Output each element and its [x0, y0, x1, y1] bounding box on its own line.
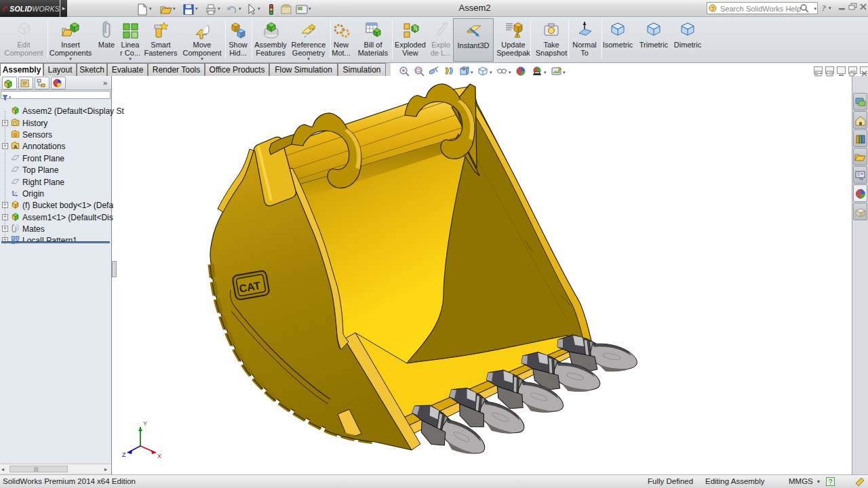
svg-text:!: !: [517, 33, 518, 38]
svg-text:A: A: [14, 144, 18, 150]
svg-text:Y: Y: [143, 420, 147, 427]
svg-text:X: X: [157, 453, 161, 460]
svg-text:?: ?: [711, 5, 715, 12]
svg-text:Z: Z: [122, 451, 126, 458]
